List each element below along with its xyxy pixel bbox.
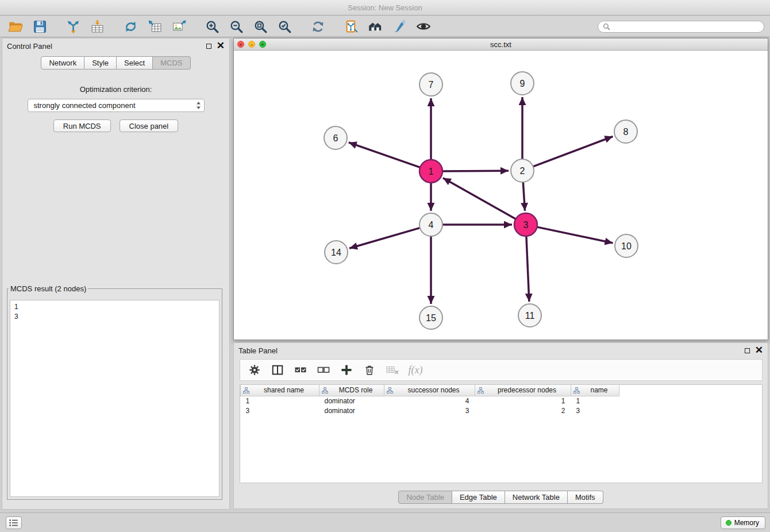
table-row[interactable]: 3dominator323 <box>241 406 619 415</box>
graph-node-label: 3 <box>523 220 529 230</box>
run-mcds-button[interactable]: Run MCDS <box>53 119 111 132</box>
control-panel-header: Control Panel ✕ <box>2 38 229 53</box>
function-builder-button[interactable]: f(x) <box>409 363 422 377</box>
network-graph[interactable]: 7968124314101511 <box>234 51 768 340</box>
select-all-button[interactable] <box>294 363 307 377</box>
window-titlebar: Session: New Session <box>0 0 770 16</box>
zoom-fit-button[interactable] <box>251 18 270 35</box>
column-tree-icon <box>478 387 484 395</box>
graph-edge-2-3[interactable] <box>523 182 525 211</box>
table-panel: Table Panel ✕ <box>233 342 768 509</box>
show-hide-button[interactable] <box>414 18 433 35</box>
eye-icon <box>416 19 431 34</box>
close-table-panel-icon[interactable]: ✕ <box>755 348 763 353</box>
graph-edge-3-11[interactable] <box>526 236 529 302</box>
status-bar: Memory <box>0 512 770 532</box>
tab-edge-table[interactable]: Edge Table <box>452 491 505 504</box>
table-cell[interactable]: 1 <box>241 396 319 406</box>
table-row[interactable]: 1dominator411 <box>241 396 619 406</box>
deselect-all-button[interactable] <box>317 363 330 377</box>
tab-node-table[interactable]: Node Table <box>398 491 452 504</box>
graph-edge-3-10[interactable] <box>537 227 613 243</box>
close-window-icon[interactable]: × <box>237 41 244 48</box>
criterion-dropdown-value: strongly connected component <box>34 101 196 110</box>
table-cell[interactable]: 1 <box>475 396 571 406</box>
graph-edge-1-6[interactable] <box>349 142 420 168</box>
export-image-button[interactable] <box>169 18 188 35</box>
column-header-MCDS-role[interactable]: MCDS role <box>319 385 384 396</box>
refresh-network-button[interactable] <box>308 18 328 35</box>
graph-node-label: 8 <box>623 127 629 137</box>
zoom-fit-icon <box>253 20 268 34</box>
column-header-successor-nodes[interactable]: successor nodes <box>384 385 475 396</box>
graph-edge-2-8[interactable] <box>533 137 613 167</box>
close-panel-button[interactable]: Close panel <box>120 119 179 132</box>
dropdown-arrows-icon <box>196 101 201 110</box>
zoom-out-button[interactable] <box>226 18 246 35</box>
graph-node-label: 10 <box>621 241 632 251</box>
graph-edge-4-14[interactable] <box>349 228 420 249</box>
new-network-button[interactable] <box>121 18 140 35</box>
table-toolbar: f(x) <box>240 359 763 381</box>
network-window-titlebar[interactable]: scc.txt × − + <box>234 38 768 51</box>
tab-style[interactable]: Style <box>84 56 117 70</box>
table-cell[interactable]: 2 <box>475 406 571 415</box>
tab-mcds[interactable]: MCDS <box>153 56 190 70</box>
first-neighbors-button[interactable] <box>365 18 385 35</box>
table-cell[interactable]: dominator <box>319 396 384 406</box>
column-header-shared-name[interactable]: shared name <box>241 385 319 396</box>
task-history-button[interactable] <box>6 516 22 529</box>
home-icon <box>368 19 383 34</box>
new-network-table-button[interactable] <box>145 18 164 35</box>
close-panel-icon[interactable]: ✕ <box>217 43 225 49</box>
graph-node-label: 9 <box>520 79 525 88</box>
zoom-in-button[interactable] <box>202 18 222 35</box>
import-table-button[interactable] <box>87 18 107 35</box>
column-tree-icon <box>387 387 393 395</box>
zoom-in-icon <box>205 20 220 34</box>
save-icon <box>33 20 47 34</box>
tab-network-table[interactable]: Network Table <box>505 491 568 504</box>
import-network-button[interactable] <box>63 18 83 35</box>
table-settings-button[interactable] <box>248 363 261 377</box>
show-columns-button[interactable] <box>271 363 284 377</box>
delete-table-button[interactable] <box>386 363 399 377</box>
control-panel-tabs: NetworkStyleSelectMCDS <box>2 56 229 70</box>
graph-edge-3-1[interactable] <box>443 178 516 219</box>
column-header-predecessor-nodes[interactable]: predecessor nodes <box>475 385 571 396</box>
tab-select[interactable]: Select <box>117 56 153 70</box>
memory-button-label: Memory <box>734 519 759 527</box>
graph-edge-1-2[interactable] <box>442 171 509 171</box>
float-table-panel-icon[interactable] <box>745 348 750 353</box>
criterion-dropdown[interactable]: strongly connected component <box>28 99 205 112</box>
zoom-window-icon[interactable]: + <box>259 41 266 48</box>
save-session-button[interactable] <box>30 18 49 35</box>
search-box[interactable] <box>598 21 764 33</box>
network-window-title: scc.txt <box>234 40 768 49</box>
tab-network[interactable]: Network <box>41 56 84 70</box>
add-column-button[interactable] <box>340 363 353 377</box>
table-cell[interactable]: 1 <box>571 396 619 406</box>
open-session-button[interactable] <box>6 18 25 35</box>
column-header-name[interactable]: name <box>571 385 619 396</box>
table-cell[interactable]: 3 <box>384 406 475 415</box>
clipboard-network-button[interactable] <box>341 18 361 35</box>
zoom-selected-button[interactable] <box>275 18 294 35</box>
mcds-result-list[interactable]: 1 3 <box>10 300 220 497</box>
mcds-result-title: MCDS result (2 nodes) <box>9 284 88 293</box>
float-panel-icon[interactable] <box>206 44 211 49</box>
table-cell[interactable]: dominator <box>319 406 384 415</box>
search-input[interactable] <box>613 22 759 30</box>
tab-motifs[interactable]: Motifs <box>568 491 603 504</box>
network-window: scc.txt × − + 7968124314101511 <box>233 38 768 340</box>
apply-style-button[interactable] <box>390 18 409 35</box>
table-cell[interactable]: 3 <box>241 406 319 415</box>
trash-icon <box>363 364 376 376</box>
memory-status-icon <box>726 520 732 526</box>
clipboard-network-icon <box>344 20 359 34</box>
table-cell[interactable]: 3 <box>571 406 619 415</box>
table-cell[interactable]: 4 <box>384 396 475 406</box>
minimize-window-icon[interactable]: − <box>248 41 255 48</box>
memory-button[interactable]: Memory <box>721 516 765 529</box>
delete-column-button[interactable] <box>363 363 376 377</box>
